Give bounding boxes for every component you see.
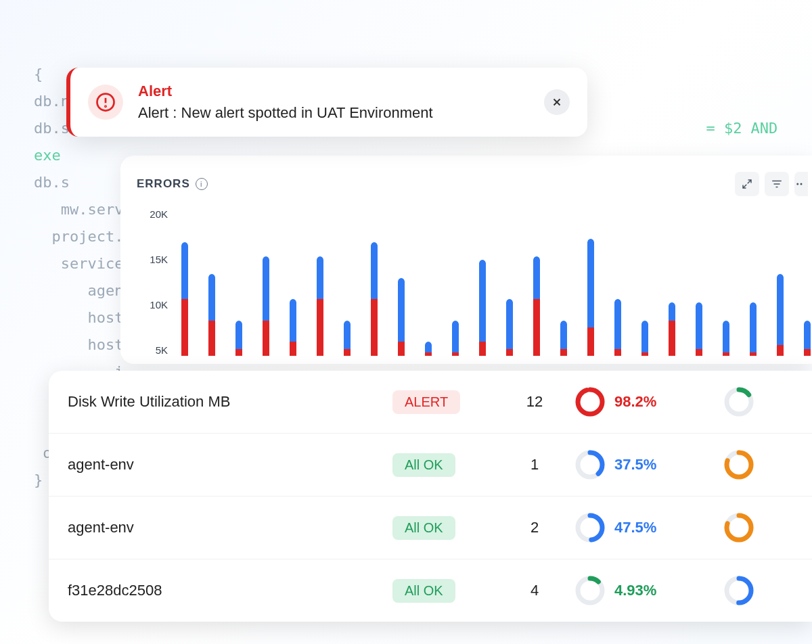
close-button[interactable] [544, 89, 570, 115]
svg-point-2 [105, 106, 106, 107]
chart-bar[interactable] [398, 278, 405, 356]
chart-bar[interactable] [317, 256, 323, 356]
row-metric-2 [724, 576, 793, 605]
row-metric-2 [724, 387, 793, 417]
code-line: mw.serv [34, 201, 123, 218]
code-line: db.s [34, 174, 70, 191]
alert-icon [88, 85, 123, 120]
info-icon[interactable]: i [196, 178, 208, 190]
table-row[interactable]: f31e28dc2508 All OK 4 4.93% [49, 559, 812, 622]
y-tick: 10K [150, 299, 168, 310]
expand-button[interactable] [735, 172, 759, 196]
alert-toast: Alert Alert : New alert spotted in UAT E… [66, 68, 587, 137]
close-icon [551, 96, 563, 108]
row-count: 2 [494, 519, 575, 536]
chart-bar[interactable] [425, 342, 432, 356]
code-line: host [34, 336, 123, 353]
expand-icon [741, 178, 753, 190]
y-tick: 15K [150, 254, 168, 265]
row-metric-2 [724, 450, 793, 480]
errors-chart-panel: ERRORS i [120, 156, 812, 364]
row-status: All OK [392, 516, 494, 540]
status-badge: ALERT [392, 390, 460, 414]
y-tick: 20K [150, 208, 168, 220]
svg-point-11 [578, 390, 602, 414]
filter-button[interactable] [765, 172, 789, 196]
metric-percent: 98.2% [614, 393, 656, 411]
row-count: 12 [494, 393, 575, 411]
table-row[interactable]: agent-env All OK 1 37.5% [49, 434, 812, 497]
svg-point-8 [796, 183, 798, 185]
row-metric-1: 98.2% [575, 387, 724, 417]
row-count: 1 [494, 456, 575, 474]
row-name: agent-env [68, 456, 392, 474]
row-name: agent-env [68, 519, 392, 536]
chart-bar[interactable] [371, 242, 378, 356]
chart-bar[interactable] [560, 321, 567, 356]
row-status: ALERT [392, 390, 494, 414]
y-axis: 20K 15K 10K 5K [137, 208, 175, 364]
chart-bar[interactable] [804, 321, 811, 356]
metric-percent: 4.93% [614, 582, 656, 599]
chart-bar[interactable] [723, 321, 729, 356]
more-button[interactable] [794, 172, 808, 196]
chart-actions [735, 172, 812, 196]
chart-bar[interactable] [533, 256, 540, 356]
chart-bar[interactable] [208, 274, 215, 356]
chart-bar[interactable] [263, 256, 269, 356]
chart-bar[interactable] [290, 299, 296, 356]
chart-title: ERRORS i [137, 177, 208, 191]
chart-bar[interactable] [696, 302, 702, 356]
code-line: host [34, 309, 123, 326]
row-status: All OK [392, 579, 494, 603]
row-metric-2 [724, 513, 793, 543]
metric-percent: 47.5% [614, 519, 656, 536]
chart-bar[interactable] [777, 274, 784, 356]
metrics-table: Disk Write Utilization MB ALERT 12 98.2%… [49, 371, 812, 622]
row-count: 4 [494, 582, 575, 599]
row-status: All OK [392, 453, 494, 477]
table-row[interactable]: agent-env All OK 2 47.5% [49, 497, 812, 559]
status-badge: All OK [392, 453, 455, 477]
status-badge: All OK [392, 579, 455, 603]
row-metric-1: 37.5% [575, 450, 724, 480]
row-metric-1: 47.5% [575, 513, 724, 543]
chart-bar[interactable] [452, 321, 459, 356]
chart-bar[interactable] [344, 321, 351, 356]
chart-bar[interactable] [479, 260, 486, 356]
row-name: Disk Write Utilization MB [68, 393, 392, 411]
code-line: { [34, 66, 43, 83]
code-line: db.s [34, 120, 70, 137]
code-line: service. [34, 255, 133, 272]
bars-container [175, 208, 812, 364]
alert-content: Alert Alert : New alert spotted in UAT E… [138, 83, 544, 122]
chart-title-label: ERRORS [137, 177, 190, 191]
code-line: exe [34, 147, 61, 164]
chart-bar[interactable] [614, 299, 621, 356]
chart-area: 20K 15K 10K 5K [137, 208, 812, 364]
alert-title: Alert [138, 83, 544, 100]
chart-bar[interactable] [750, 302, 757, 356]
status-badge: All OK [392, 516, 455, 540]
filter-icon [771, 178, 783, 190]
chart-header: ERRORS i [137, 172, 812, 196]
chart-bar[interactable] [181, 242, 188, 356]
row-metric-1: 4.93% [575, 576, 724, 605]
chart-bar[interactable] [506, 299, 513, 356]
chart-bar[interactable] [641, 321, 648, 356]
code-line: } [34, 472, 43, 488]
metric-percent: 37.5% [614, 456, 656, 474]
alert-message: Alert : New alert spotted in UAT Environ… [138, 104, 544, 122]
code-token: = $2 AND [706, 120, 777, 137]
y-tick: 5K [156, 344, 168, 356]
chart-bar[interactable] [669, 302, 675, 356]
table-row[interactable]: Disk Write Utilization MB ALERT 12 98.2% [49, 371, 812, 434]
svg-point-9 [800, 183, 803, 185]
chart-bar[interactable] [235, 321, 242, 356]
row-name: f31e28dc2508 [68, 582, 392, 599]
code-line: project. [34, 228, 123, 245]
more-icon [795, 178, 807, 190]
chart-bar[interactable] [587, 239, 594, 356]
code-line: agen [34, 282, 123, 299]
